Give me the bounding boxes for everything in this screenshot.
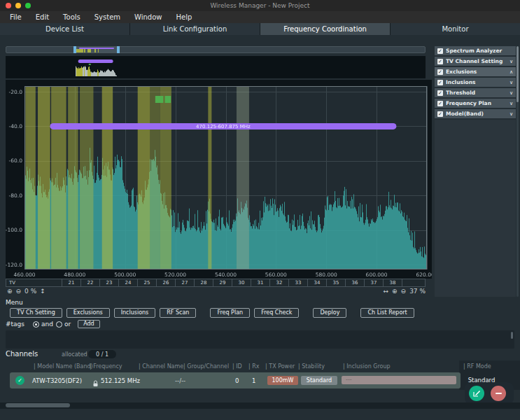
edit-channel-button[interactable] xyxy=(469,386,484,401)
column-header-rx: | Rx xyxy=(248,363,260,370)
tag-logic-or-radio[interactable]: or xyxy=(56,321,71,328)
column-header-id: | ID xyxy=(232,363,242,370)
checkbox-icon[interactable]: ✓ xyxy=(437,48,443,54)
freq-plan-button[interactable]: Freq Plan xyxy=(210,308,250,318)
panel-item-exclusions[interactable]: ✓Exclusions∧ xyxy=(435,67,516,76)
minimap-right-handle[interactable] xyxy=(117,46,120,53)
chevron-down-icon[interactable]: ∨ xyxy=(510,111,513,117)
spectrum-analyzer-canvas[interactable] xyxy=(6,80,432,279)
add-tag-button[interactable]: Add xyxy=(78,320,100,328)
exclusions-button[interactable]: Exclusions xyxy=(66,308,110,318)
tab-device-list[interactable]: Device List xyxy=(0,23,130,35)
tx-power-badge[interactable]: 100mW xyxy=(267,376,298,385)
vertical-range-icon[interactable]: ↕ xyxy=(40,288,45,295)
right-panel: ✓Spectrum Analyzer✓TV Channel Setting∨✓E… xyxy=(435,46,516,120)
menu-bar: FileEditToolsSystemWindowHelp xyxy=(0,11,520,23)
tv-ch-setting-button[interactable]: TV Ch Setting xyxy=(10,308,62,318)
chevron-down-icon[interactable]: ∨ xyxy=(510,59,513,64)
tv-channel-28[interactable]: 28 xyxy=(195,279,213,286)
zoom-in-icon[interactable]: ⊕ xyxy=(392,288,398,295)
column-header-channel-name: | Channel Name xyxy=(139,363,183,370)
tv-channel-35[interactable]: 35 xyxy=(327,279,346,286)
remove-channel-button[interactable] xyxy=(491,386,506,401)
tag-list-area[interactable] xyxy=(6,330,514,349)
table-row[interactable]: ✓ATW-T3205(DF2)512.125 MHz--/--01100mWSt… xyxy=(10,372,461,388)
rf-scan-button[interactable]: RF Scan xyxy=(160,308,196,318)
chevron-down-icon[interactable]: ∨ xyxy=(510,90,513,96)
zoom-controls-left: ⊕ ⊖ 0 % ↕ xyxy=(7,287,45,295)
menubar-item-file[interactable]: File xyxy=(10,13,22,21)
tv-channel-27[interactable]: 27 xyxy=(176,279,195,286)
stability-badge[interactable]: Standard xyxy=(301,376,337,385)
panel-item-threshold[interactable]: ✓Threshold∨ xyxy=(435,88,516,97)
tab-frequency-coordination[interactable]: Frequency Coordination xyxy=(260,23,391,35)
check-icon: ✓ xyxy=(438,101,442,106)
spectrum-overview-canvas[interactable] xyxy=(6,56,426,78)
menubar-item-window[interactable]: Window xyxy=(134,13,162,21)
right-panel-scrollbar[interactable] xyxy=(517,46,519,297)
column-header-group-channel: | Group/Channel xyxy=(183,363,229,370)
checkbox-icon[interactable]: ✓ xyxy=(437,80,443,85)
tv-channel-38[interactable]: 38 xyxy=(384,279,402,286)
tv-channel-31[interactable]: 31 xyxy=(251,279,270,286)
tv-channel-36[interactable]: 36 xyxy=(346,279,365,286)
allocated-count-badge: 0 / 1 xyxy=(88,350,116,358)
horizontal-range-icon[interactable]: ↔ xyxy=(383,288,388,295)
tv-channel-23[interactable]: 23 xyxy=(100,279,119,286)
spectrum-minimap[interactable] xyxy=(6,46,426,53)
inclusions-button[interactable]: Inclusions xyxy=(114,308,156,318)
tv-channel-22[interactable]: 22 xyxy=(81,279,100,286)
tv-channel-29[interactable]: 29 xyxy=(213,279,232,286)
tv-row-label: TV xyxy=(6,279,62,286)
tag-list-scrollbar-thumb[interactable] xyxy=(511,332,513,339)
chevron-down-icon[interactable]: ∨ xyxy=(510,80,513,85)
check-icon: ✓ xyxy=(438,111,442,117)
tv-channel-21[interactable]: 21 xyxy=(62,279,81,286)
chevron-down-icon[interactable]: ∨ xyxy=(510,101,513,106)
tv-channel-33[interactable]: 33 xyxy=(289,279,308,286)
app-window: Wireless Manager - New Project FileEditT… xyxy=(0,0,520,420)
tv-channel-26[interactable]: 26 xyxy=(157,279,176,286)
chevron-up-icon[interactable]: ∧ xyxy=(510,69,513,75)
panel-item-label: Inclusions xyxy=(446,79,507,85)
horizontal-scrollbar-thumb[interactable] xyxy=(6,403,70,407)
menubar-item-edit[interactable]: Edit xyxy=(36,13,49,21)
tv-channel-34[interactable]: 34 xyxy=(308,279,327,286)
ch-list-report-button[interactable]: Ch List Report xyxy=(360,308,414,318)
panel-item-model-band[interactable]: ✓Model(Band)∨ xyxy=(435,109,516,118)
panel-item-inclusions[interactable]: ✓Inclusions∨ xyxy=(435,78,516,87)
checkbox-icon[interactable]: ✓ xyxy=(437,69,443,75)
panel-item-frequency-plan[interactable]: ✓Frequency Plan∨ xyxy=(435,99,516,108)
zoom-out-icon[interactable]: ⊖ xyxy=(16,288,22,295)
panel-item-tv-channel-setting[interactable]: ✓TV Channel Setting∨ xyxy=(435,57,516,66)
panel-item-label: Spectrum Analyzer xyxy=(446,48,513,54)
zoom-in-icon[interactable]: ⊕ xyxy=(7,288,13,295)
freq-check-button[interactable]: Freq Check xyxy=(254,308,299,318)
panel-item-spectrum-analyzer[interactable]: ✓Spectrum Analyzer xyxy=(435,46,516,55)
tv-channel-37[interactable]: 37 xyxy=(365,279,384,286)
menubar-item-system[interactable]: System xyxy=(94,13,120,21)
menubar-item-tools[interactable]: Tools xyxy=(63,13,80,21)
right-panel-scrollbar-thumb[interactable] xyxy=(517,46,519,102)
zoom-out-icon[interactable]: ⊖ xyxy=(401,288,407,295)
menubar-item-help[interactable]: Help xyxy=(176,13,192,21)
tv-channel-30[interactable]: 30 xyxy=(232,279,251,286)
zoom-level-left: 0 % xyxy=(24,288,36,295)
tv-channel-32[interactable]: 32 xyxy=(270,279,289,286)
inclusion-group-field[interactable]: --- xyxy=(342,376,456,384)
tags-row: #tags andor Add xyxy=(6,320,100,328)
tab-link-configuration[interactable]: Link Configuration xyxy=(130,23,260,35)
horizontal-scrollbar[interactable] xyxy=(0,402,520,409)
checkbox-icon[interactable]: ✓ xyxy=(437,111,443,117)
tag-logic-and-radio[interactable]: and xyxy=(33,321,53,328)
deploy-button[interactable]: Deploy xyxy=(313,308,346,318)
checkbox-icon[interactable]: ✓ xyxy=(437,90,443,96)
checkbox-icon[interactable]: ✓ xyxy=(437,101,443,106)
minimap-viewport[interactable] xyxy=(76,47,117,52)
id-cell: 0 xyxy=(235,377,239,384)
zoom-controls-right: ↔ ⊕ ⊖ 37 % xyxy=(383,287,426,295)
checkbox-icon[interactable]: ✓ xyxy=(437,59,443,64)
tab-monitor[interactable]: Monitor xyxy=(391,23,520,35)
tv-channel-24[interactable]: 24 xyxy=(119,279,138,286)
tv-channel-25[interactable]: 25 xyxy=(138,279,157,286)
